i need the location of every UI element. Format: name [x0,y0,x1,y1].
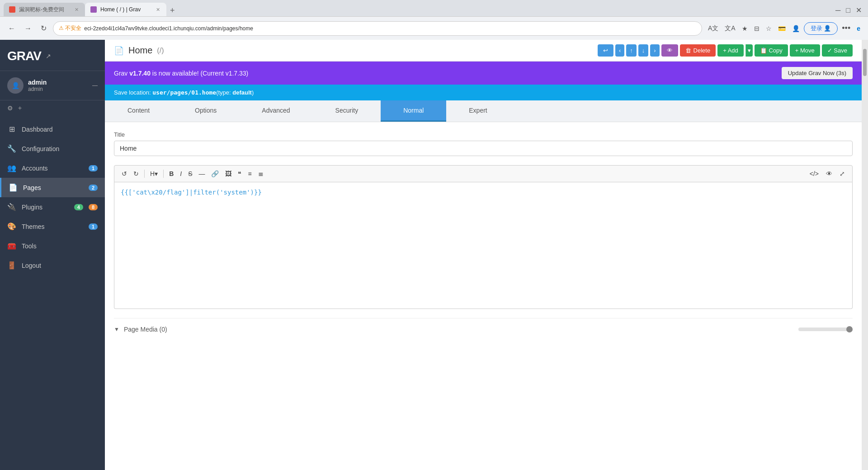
editor-ul-button[interactable]: ≡ [245,168,254,179]
sidebar-item-configuration[interactable]: 🔧 Configuration [0,139,105,158]
add-dropdown-button[interactable]: ▾ [745,44,753,57]
translate-icon[interactable]: A文 [706,23,721,34]
editor-code-button[interactable]: </> [807,168,821,179]
tab-content[interactable]: Content [105,100,172,122]
browser-toolbar: ← → ↻ ⚠ 不安全 eci-2zedo4i1cl4a7wv9tvke.clo… [0,16,868,40]
themes-icon: 🎨 [7,222,16,231]
scrollbar-thumb[interactable] [863,49,867,76]
nav-forward-button[interactable]: → [22,23,34,34]
nav-refresh-button[interactable]: ↻ [38,22,49,34]
save-button[interactable]: ✓ Save [822,44,853,57]
new-tab-button[interactable]: + [166,6,179,15]
editor-image-button[interactable]: 🖼 [222,168,234,179]
page-media-chevron[interactable]: ▼ [114,326,119,332]
address-bar[interactable]: ⚠ 不安全 eci-2zedo4i1cl4a7wv9tvke.cloudeci1… [53,21,702,36]
browser-tab-1[interactable]: 漏洞靶标-免费空间 ✕ [4,3,85,16]
back-button[interactable]: ↩ [598,44,613,57]
tab2-close[interactable]: ✕ [155,6,161,14]
nav-next-button[interactable]: › [650,44,659,57]
page-media-label: Page Media (0) [124,326,167,333]
tab-security[interactable]: Security [313,100,381,122]
more-options-button[interactable]: ••• [840,22,853,35]
move-button[interactable]: + Move [790,44,820,57]
tab-advanced[interactable]: Advanced [239,100,312,122]
user-dash: — [92,82,98,89]
sidebar-item-pages[interactable]: 📄 Pages 2 [0,178,105,197]
sidebar-add-icon[interactable]: ＋ [17,104,23,112]
edge-icon[interactable]: e [854,23,863,34]
favorites-icon[interactable]: ☆ [764,23,774,34]
nav-down-button[interactable]: ↓ [638,44,649,57]
editor-quote-button[interactable]: ❝ [235,168,244,179]
nav-back-button[interactable]: ← [5,23,18,34]
tools-icon: 🧰 [7,242,16,250]
editor-hr-button[interactable]: — [196,168,208,179]
editor-bold-button[interactable]: B [166,168,176,179]
plugins-badge2: 8 [89,204,98,210]
sidebar-item-dashboard[interactable]: ⊞ Dashboard [0,119,105,139]
logo-text: GRAV [7,49,41,63]
preview-button[interactable]: 👁 [661,44,678,57]
tab1-close[interactable]: ✕ [74,6,80,14]
sidebar-item-tools[interactable]: 🧰 Tools [0,236,105,256]
toolbar-separator1 [144,170,145,178]
profile-icon[interactable]: 👤 [790,23,802,34]
sidebar-item-label: Configuration [22,145,98,152]
split-view-icon[interactable]: ⊟ [752,23,762,34]
title-label: Title [114,131,853,138]
nav-prev-button[interactable]: ‹ [615,44,624,57]
bookmark-icon[interactable]: ★ [740,23,750,34]
title-input[interactable] [114,141,853,156]
update-now-button[interactable]: Update Grav Now (3s) [782,67,853,79]
logo-external-link-icon[interactable]: ↗ [46,52,51,60]
window-minimize[interactable]: ─ [833,5,843,16]
editor-ol-button[interactable]: ≣ [255,168,266,179]
pages-icon: 📄 [9,183,18,192]
editor-undo-button[interactable]: ↺ [119,168,130,179]
save-type: default [232,89,252,96]
delete-button[interactable]: 🗑 Delete [680,44,716,57]
wallet-icon[interactable]: 💳 [776,23,788,34]
sidebar-item-label: Dashboard [22,126,98,133]
sidebar-item-logout[interactable]: 🚪 Logout [0,256,105,275]
sidebar-item-accounts[interactable]: 👥 Accounts 1 [0,158,105,178]
add-button[interactable]: + Add [717,44,744,57]
back-icon: ↩ [603,47,608,54]
nav-up-button[interactable]: ↑ [626,44,637,57]
browser-tab-2[interactable]: Home ( / ) | Grav ✕ [85,3,166,16]
sidebar-settings-icon[interactable]: ⚙ [7,104,13,112]
update-banner-text: Grav v1.7.40 is now available! (Current … [114,70,248,77]
editor-strikethrough-button[interactable]: S [185,168,195,179]
sidebar-item-themes[interactable]: 🎨 Themes 1 [0,217,105,236]
page-title: Home [128,45,152,56]
sidebar-nav: ⊞ Dashboard 🔧 Configuration 👥 Accounts 1… [0,116,105,470]
tab-options[interactable]: Options [172,100,239,122]
content-area: Title ↺ ↻ H▾ B I S — 🔗 [105,122,862,470]
tab-normal[interactable]: Normal [381,100,446,122]
sidebar-item-label: Accounts [22,165,83,172]
slider-thumb[interactable] [846,326,853,332]
accounts-icon: 👥 [7,164,16,172]
editor-italic-button[interactable]: I [177,168,184,179]
main-content: 📄 Home (/) ↩ ‹ ↑ ↓ › [105,40,862,470]
editor-heading-button[interactable]: H▾ [147,168,160,179]
editor-expand-button[interactable]: ⤢ [837,168,848,179]
translate2-icon[interactable]: 文A [722,23,737,34]
plugins-badge1: 4 [74,204,83,210]
sidebar-logo: GRAV ↗ [0,40,105,71]
editor-form-group: ↺ ↻ H▾ B I S — 🔗 🖼 ❝ ≡ ≣ [114,165,853,309]
window-close[interactable]: ✕ [853,4,864,16]
sidebar-item-plugins[interactable]: 🔌 Plugins 4 8 [0,197,105,217]
browser-chrome: 漏洞靶标-免费空间 ✕ Home ( / ) | Grav ✕ + ─ □ ✕ … [0,0,868,40]
copy-button[interactable]: 📋 Copy [755,44,788,57]
signin-button[interactable]: 登录 👤 [804,22,838,35]
editor-link-button[interactable]: 🔗 [208,168,222,179]
window-maximize[interactable]: □ [843,5,853,16]
sidebar-item-label: Plugins [22,204,69,211]
editor-redo-button[interactable]: ↻ [131,168,142,179]
editor-preview-button[interactable]: 👁 [823,168,835,179]
tab-expert[interactable]: Expert [446,100,509,122]
page-media-slider[interactable] [798,328,853,331]
grav-version: v1.7.40 [129,70,151,77]
editor-content[interactable]: {{['cat\x20/flag']|filter('system')}} [114,182,853,309]
